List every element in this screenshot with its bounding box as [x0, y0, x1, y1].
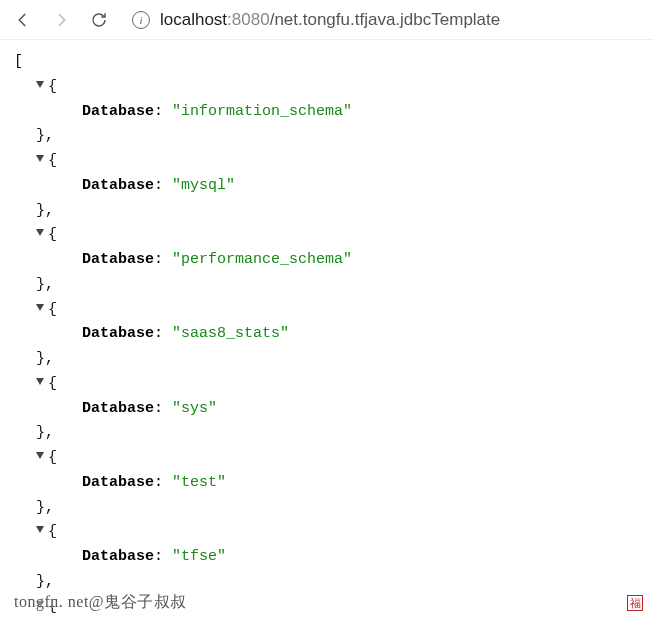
reload-icon [90, 11, 108, 29]
brace-open: { [48, 523, 57, 540]
json-key: Database [82, 325, 154, 342]
brace-close: }, [36, 573, 54, 590]
object-close: }, [14, 421, 639, 446]
brace-open: { [48, 152, 57, 169]
json-key: Database [82, 251, 154, 268]
array-open: [ [14, 50, 639, 75]
url-text: localhost:8080/net.tongfu.tfjava.jdbcTem… [160, 10, 500, 30]
chevron-down-icon[interactable] [36, 452, 44, 459]
object-open[interactable]: { [14, 372, 639, 397]
json-value: "tfse" [172, 548, 226, 565]
json-key: Database [82, 400, 154, 417]
url-path: /net.tongfu.tfjava.jdbcTemplate [270, 10, 501, 29]
json-property: Database: "sys" [14, 397, 639, 422]
chevron-down-icon[interactable] [36, 81, 44, 88]
json-property: Database: "mysql" [14, 174, 639, 199]
object-open[interactable]: { [14, 223, 639, 248]
brace-close: }, [36, 276, 54, 293]
json-property: Database: "saas8_stats" [14, 322, 639, 347]
json-key: Database [82, 103, 154, 120]
brace-close: }, [36, 424, 54, 441]
json-key: Database [82, 548, 154, 565]
colon: : [154, 548, 172, 565]
json-property: Database: "tfse" [14, 545, 639, 570]
json-value: "test" [172, 474, 226, 491]
brace-close: }, [36, 499, 54, 516]
json-value: "sys" [172, 400, 217, 417]
json-value: "saas8_stats" [172, 325, 289, 342]
brace-close: }, [36, 350, 54, 367]
object-close: }, [14, 273, 639, 298]
object-close: }, [14, 496, 639, 521]
object-open[interactable]: { [14, 298, 639, 323]
chevron-down-icon[interactable] [36, 378, 44, 385]
colon: : [154, 400, 172, 417]
seal-stamp: 福 [627, 595, 643, 611]
brace-close: }, [36, 127, 54, 144]
watermark-text: tongfu. net@鬼谷子叔叔 [14, 592, 187, 613]
url-host: localhost [160, 10, 227, 29]
object-close: }, [14, 124, 639, 149]
chevron-down-icon[interactable] [36, 526, 44, 533]
arrow-left-icon [14, 11, 32, 29]
colon: : [154, 325, 172, 342]
address-bar[interactable]: i localhost:8080/net.tongfu.tfjava.jdbcT… [120, 10, 647, 30]
colon: : [154, 177, 172, 194]
object-close: }, [14, 347, 639, 372]
chevron-down-icon[interactable] [36, 229, 44, 236]
arrow-right-icon [52, 11, 70, 29]
back-button[interactable] [6, 3, 40, 37]
json-property: Database: "information_schema" [14, 100, 639, 125]
brace-open: { [48, 78, 57, 95]
reload-button[interactable] [82, 3, 116, 37]
json-key: Database [82, 177, 154, 194]
object-open[interactable]: { [14, 446, 639, 471]
json-value: "information_schema" [172, 103, 352, 120]
json-key: Database [82, 474, 154, 491]
object-open[interactable]: { [14, 75, 639, 100]
site-info-icon[interactable]: i [132, 11, 150, 29]
brace-open: { [48, 449, 57, 466]
json-property: Database: "performance_schema" [14, 248, 639, 273]
colon: : [154, 474, 172, 491]
object-open[interactable]: { [14, 520, 639, 545]
brace-close: }, [36, 202, 54, 219]
object-open[interactable]: { [14, 149, 639, 174]
chevron-down-icon[interactable] [36, 304, 44, 311]
object-close: }, [14, 570, 639, 595]
brace-open: { [48, 301, 57, 318]
brace-open: { [48, 375, 57, 392]
json-value: "performance_schema" [172, 251, 352, 268]
url-port: :8080 [227, 10, 270, 29]
json-property: Database: "test" [14, 471, 639, 496]
object-close: }, [14, 199, 639, 224]
forward-button[interactable] [44, 3, 78, 37]
json-value: "mysql" [172, 177, 235, 194]
browser-toolbar: i localhost:8080/net.tongfu.tfjava.jdbcT… [0, 0, 653, 40]
json-viewer: [ {Database: "information_schema"},{Data… [0, 40, 653, 619]
colon: : [154, 251, 172, 268]
brace-open: { [48, 226, 57, 243]
chevron-down-icon[interactable] [36, 155, 44, 162]
colon: : [154, 103, 172, 120]
